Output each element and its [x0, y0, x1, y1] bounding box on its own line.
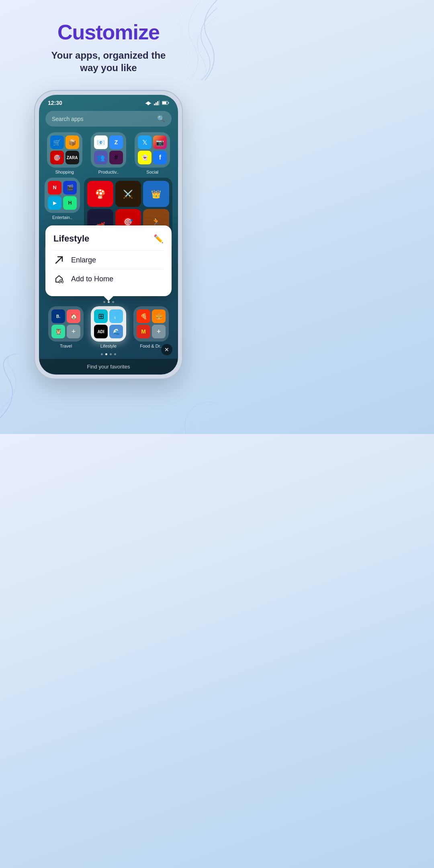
- app-facebook: f: [153, 151, 167, 164]
- folder-icon-food: 🍕 🍔 M +: [133, 306, 169, 342]
- favorites-text: Find your favorites: [87, 364, 130, 370]
- folder-icon-travel: B. 🏠 🦉 +: [48, 306, 84, 342]
- svg-point-0: [185, 402, 217, 434]
- svg-rect-4: [154, 104, 155, 105]
- svg-rect-10: [168, 102, 169, 104]
- folder-icon-shopping: 🛒 📦 🎯 ZARA: [47, 132, 82, 168]
- page-subtitle: Your apps, organized theway you like: [16, 49, 201, 74]
- folder-icon-social: 𝕏 📷 👻 f: [135, 132, 170, 168]
- bdot4: [114, 353, 116, 355]
- svg-marker-3: [145, 101, 151, 105]
- app-booking: B.: [51, 309, 65, 323]
- wifi-icon: [145, 100, 151, 105]
- folder-icon-lifestyle: ⊞ 💧 ADI 🌊: [91, 306, 126, 342]
- menu-item-add-home-label: Add to Home: [71, 275, 113, 283]
- svg-rect-9: [162, 102, 166, 104]
- app-grid-app: ⊞: [94, 309, 108, 323]
- folder-label-entertainment: Entertain..: [52, 215, 72, 220]
- folder-icon-productivity: 📧 Z 👥 #: [91, 132, 126, 168]
- add-home-icon: [53, 274, 65, 283]
- close-icon: ✕: [164, 346, 169, 353]
- app-netflix: N: [48, 181, 61, 194]
- bottom-folders: B. 🏠 🦉 + Travel ⊞ 💧 ADI 🌊 Lifes: [39, 306, 178, 348]
- app-travel-plus: +: [67, 325, 80, 338]
- app-airbnb: 🏠: [67, 309, 80, 323]
- search-icon: 🔍: [157, 115, 165, 123]
- folder-travel[interactable]: B. 🏠 🦉 + Travel: [48, 306, 84, 348]
- context-menu-arrow: [104, 296, 113, 301]
- pagination-bottom: [39, 353, 178, 355]
- app-zoom: Z: [109, 135, 123, 149]
- page-title: Customize: [16, 20, 201, 44]
- bdot2: [105, 353, 107, 355]
- phone-frame: 12:30: [34, 90, 183, 379]
- folder-productivity[interactable]: 📧 Z 👥 # Productiv..: [88, 132, 128, 174]
- folder-label-productivity: Productiv..: [98, 170, 119, 174]
- folder-label-social: Social: [146, 170, 158, 174]
- context-menu: Lifestyle ✏️ Enlarge: [45, 225, 172, 296]
- app-instagram: 📷: [153, 135, 167, 149]
- favorites-bar: Find your favorites: [39, 359, 178, 375]
- folder-label-shopping: Shopping: [55, 170, 74, 174]
- svg-rect-5: [156, 102, 157, 105]
- app-tripadvisor: 🦉: [51, 325, 65, 338]
- game-shadow: ⚔️: [115, 181, 141, 207]
- app-primevideo: ▶: [48, 196, 61, 210]
- battery-icon: [162, 101, 169, 105]
- game-mario: 🍄: [87, 181, 113, 207]
- status-icons: [145, 100, 169, 105]
- app-zara: ZARA: [66, 151, 79, 164]
- app-amazon: 📦: [66, 135, 79, 149]
- pagination-top: [39, 301, 178, 303]
- context-menu-title: Lifestyle: [53, 233, 89, 244]
- folder-shopping[interactable]: 🛒 📦 🎯 ZARA Shopping: [45, 132, 84, 174]
- app-disney: 🎬: [63, 181, 77, 194]
- app-grid-row1: 🛒 📦 🎯 ZARA Shopping 📧 Z 👥 # Pr: [39, 132, 178, 174]
- phone-container: 12:30: [0, 82, 217, 391]
- enlarge-icon: [53, 256, 65, 264]
- app-target: 🎯: [50, 151, 64, 164]
- context-menu-header: Lifestyle ✏️: [53, 233, 164, 244]
- edit-icon[interactable]: ✏️: [154, 234, 164, 244]
- status-bar: 12:30: [39, 95, 178, 108]
- folder-social[interactable]: 𝕏 📷 👻 f Social: [133, 132, 172, 174]
- folder-label-food: Food & Dr..: [140, 344, 162, 348]
- folder-lifestyle[interactable]: ⊞ 💧 ADI 🌊 Lifestyle: [91, 306, 126, 348]
- app-gmail: 📧: [94, 135, 108, 149]
- dot3: [112, 301, 114, 303]
- search-placeholder: Search apps: [52, 116, 84, 122]
- app-slack: #: [109, 151, 123, 164]
- menu-item-enlarge-label: Enlarge: [71, 256, 96, 264]
- svg-line-11: [56, 257, 62, 263]
- app-teams: 👥: [94, 151, 108, 164]
- svg-point-1: [191, 408, 217, 434]
- bdot1: [101, 353, 103, 355]
- app-mcdonalds: M: [137, 325, 150, 338]
- status-time: 12:30: [48, 100, 62, 106]
- app-doordash: 🍕: [137, 309, 150, 323]
- search-bar[interactable]: Search apps 🔍: [45, 111, 172, 127]
- svg-rect-7: [159, 100, 160, 105]
- app-twitter: 𝕏: [138, 135, 151, 149]
- dot2: [108, 301, 110, 303]
- folder-label-travel: Travel: [60, 344, 72, 348]
- menu-item-add-home[interactable]: Add to Home: [53, 269, 164, 288]
- app-water: 💧: [109, 309, 123, 323]
- menu-item-enlarge[interactable]: Enlarge: [53, 250, 164, 269]
- phone-screen: 12:30: [39, 95, 178, 375]
- folder-label-lifestyle: Lifestyle: [100, 344, 117, 348]
- header: Customize Your apps, organized theway yo…: [0, 0, 217, 82]
- app-hulu: H: [63, 196, 77, 210]
- dot1: [103, 301, 105, 303]
- app-burgerking: 🍔: [152, 309, 166, 323]
- svg-point-2: [197, 414, 217, 434]
- svg-rect-6: [157, 101, 158, 105]
- folder-food[interactable]: 🍕 🍔 M + Food & Dr..: [133, 306, 169, 348]
- folder-icon-entertainment: N 🎬 ▶ H: [45, 178, 80, 213]
- app-walmart: 🛒: [50, 135, 64, 149]
- game-clashroyale: 👑: [143, 181, 169, 207]
- app-calm: 🌊: [109, 325, 123, 338]
- app-food-plus: +: [152, 325, 166, 338]
- app-snapchat: 👻: [138, 151, 151, 164]
- app-adidas: ADI: [94, 325, 108, 338]
